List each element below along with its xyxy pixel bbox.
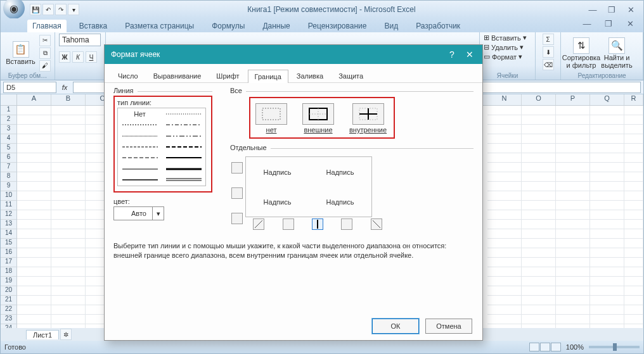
cell[interactable] — [487, 106, 522, 115]
cell[interactable] — [51, 315, 86, 324]
line-style[interactable] — [162, 130, 205, 141]
italic-button[interactable]: К — [72, 51, 84, 63]
cell[interactable] — [17, 305, 51, 315]
cell[interactable] — [624, 239, 643, 248]
new-sheet-icon[interactable]: ✲ — [60, 329, 72, 340]
cell[interactable] — [487, 125, 522, 134]
cell[interactable] — [624, 220, 643, 229]
line-style[interactable] — [162, 108, 205, 119]
cell[interactable] — [522, 106, 556, 115]
cell[interactable] — [556, 201, 590, 210]
cell[interactable] — [624, 144, 643, 153]
qat-redo-icon[interactable]: ↷ — [55, 4, 67, 15]
line-style[interactable] — [162, 175, 205, 186]
row-header[interactable]: 9 — [1, 182, 17, 191]
autosum-icon[interactable]: Σ — [543, 34, 554, 45]
row-header[interactable]: 2 — [1, 115, 17, 125]
cell[interactable] — [487, 315, 522, 324]
line-style[interactable] — [118, 153, 162, 163]
line-style-none[interactable]: Нет — [118, 108, 162, 119]
cell[interactable] — [624, 172, 643, 182]
view-break-icon[interactable] — [551, 343, 561, 351]
cell[interactable] — [487, 115, 522, 125]
cell[interactable] — [51, 210, 86, 220]
minimize-icon[interactable]: — — [584, 4, 602, 15]
col-header[interactable]: Q — [590, 94, 624, 105]
view-layout-icon[interactable] — [540, 343, 550, 351]
row-header[interactable]: 15 — [1, 239, 17, 248]
cell[interactable] — [522, 191, 556, 201]
col-header[interactable]: R — [624, 94, 643, 105]
cell[interactable] — [487, 153, 522, 163]
cell[interactable] — [487, 286, 522, 296]
cell[interactable] — [487, 172, 522, 182]
cell[interactable] — [556, 144, 590, 153]
preset-outline-button[interactable] — [302, 103, 334, 125]
cell[interactable] — [556, 125, 590, 134]
cell[interactable] — [590, 229, 624, 239]
preset-none-button[interactable] — [255, 103, 287, 125]
row-header[interactable]: 1 — [1, 106, 17, 115]
cell[interactable] — [17, 267, 51, 277]
cell[interactable] — [522, 153, 556, 163]
dialog-help-icon[interactable]: ? — [446, 49, 458, 60]
cell[interactable] — [556, 315, 590, 324]
cell[interactable] — [624, 106, 643, 115]
row-header[interactable]: 11 — [1, 201, 17, 210]
cell[interactable] — [522, 210, 556, 220]
fx-icon[interactable]: fx — [59, 82, 70, 93]
cell[interactable] — [624, 248, 643, 258]
tab-layout[interactable]: Разметка страницы — [120, 20, 199, 32]
tab-formulas[interactable]: Формулы — [207, 20, 250, 32]
cell[interactable] — [522, 267, 556, 277]
line-style-picker[interactable]: Нет — [117, 108, 206, 186]
cell[interactable] — [51, 277, 86, 286]
sheet-tab[interactable]: Лист1 — [26, 330, 59, 339]
cell[interactable] — [522, 134, 556, 144]
line-style[interactable] — [118, 119, 162, 130]
cell[interactable] — [590, 191, 624, 201]
col-header[interactable]: N — [487, 94, 522, 105]
maximize-icon[interactable]: ❐ — [603, 4, 621, 15]
cell[interactable] — [51, 267, 86, 277]
border-diag-up-button[interactable] — [253, 218, 264, 230]
cells-insert-button[interactable]: ⊞ Вставить ▾ — [484, 34, 527, 42]
fill-icon[interactable]: ⬇ — [543, 46, 554, 58]
copy-icon[interactable]: ⧉ — [39, 47, 51, 59]
format-painter-icon[interactable]: 🖌 — [39, 60, 51, 72]
doc-close-icon[interactable]: ✕ — [621, 18, 639, 29]
cell[interactable] — [487, 210, 522, 220]
cell[interactable] — [624, 267, 643, 277]
tab-insert[interactable]: Вставка — [74, 20, 113, 32]
cell[interactable] — [487, 220, 522, 229]
cell[interactable] — [556, 286, 590, 296]
cell[interactable] — [624, 153, 643, 163]
cell[interactable] — [522, 115, 556, 125]
cell[interactable] — [624, 210, 643, 220]
line-style[interactable] — [162, 141, 205, 152]
row-header[interactable]: 20 — [1, 286, 17, 296]
cell[interactable] — [487, 267, 522, 277]
cell[interactable] — [590, 277, 624, 286]
cell[interactable] — [17, 191, 51, 201]
col-header[interactable]: P — [556, 94, 590, 105]
cell[interactable] — [17, 277, 51, 286]
tab-review[interactable]: Рецензирование — [303, 20, 372, 32]
cell[interactable] — [51, 191, 86, 201]
row-header[interactable]: 12 — [1, 210, 17, 220]
row-header[interactable]: 16 — [1, 248, 17, 258]
row-header[interactable]: 8 — [1, 172, 17, 182]
border-diag-down-button[interactable] — [371, 218, 382, 230]
row-header[interactable]: 23 — [1, 315, 17, 324]
name-box[interactable]: D5 — [3, 82, 56, 93]
cell[interactable] — [590, 248, 624, 258]
cell[interactable] — [17, 163, 51, 172]
cells-format-button[interactable]: ▭ Формат ▾ — [484, 53, 522, 61]
bold-button[interactable]: Ж — [59, 51, 70, 63]
tab-view[interactable]: Вид — [379, 20, 403, 32]
line-style[interactable] — [162, 163, 205, 174]
row-header[interactable]: 4 — [1, 134, 17, 144]
font-name-combo[interactable]: Tahoma — [59, 34, 101, 46]
cell[interactable] — [556, 182, 590, 191]
tab-home[interactable]: Главная — [27, 20, 67, 32]
